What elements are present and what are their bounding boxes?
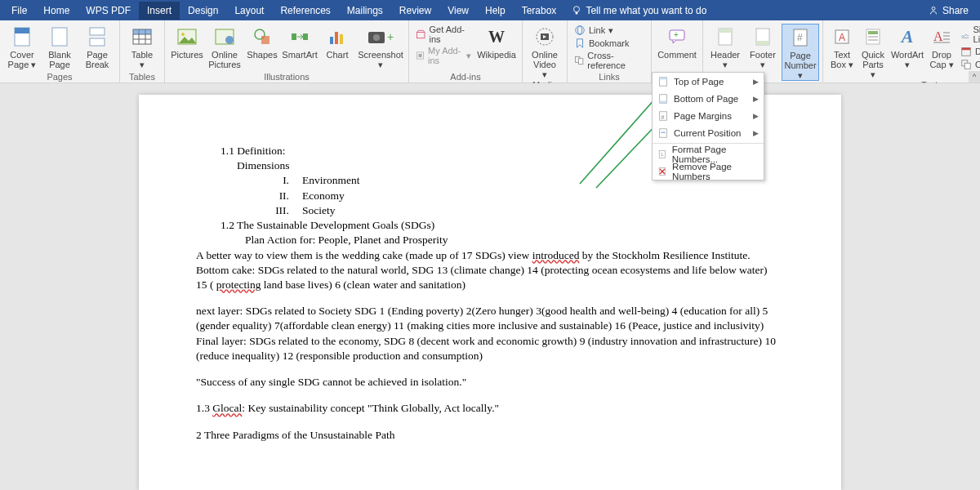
list-item: III.Society	[261, 203, 784, 218]
blank-page-icon	[51, 27, 68, 47]
blank-page-button[interactable]: Blank Page	[41, 24, 78, 69]
bookmark-button[interactable]: Bookmark	[571, 37, 648, 50]
tab-review[interactable]: Review	[391, 2, 439, 20]
menubar: File Home WPS PDF Insert Design Layout R…	[0, 0, 980, 20]
svg-point-33	[577, 26, 581, 35]
menu-current-position[interactable]: Current Position▶	[653, 124, 764, 141]
tell-me-label: Tell me what you want to do	[586, 5, 706, 16]
wikipedia-icon: W	[488, 32, 505, 42]
dropcap-button[interactable]: ADrop Cap ▾	[926, 24, 957, 69]
svg-rect-57	[962, 48, 971, 51]
tab-layout[interactable]: Layout	[226, 2, 272, 20]
pictures-button[interactable]: Pictures	[168, 24, 206, 60]
tab-mailings[interactable]: Mailings	[339, 2, 391, 20]
svg-text:A: A	[933, 29, 943, 43]
tab-insert[interactable]: Insert	[139, 2, 180, 20]
object-button[interactable]: Object ▾	[957, 58, 980, 71]
dropcap-icon: A	[933, 29, 950, 44]
tab-design[interactable]: Design	[180, 2, 226, 20]
menu-remove-page-numbers[interactable]: Remove Page Numbers	[653, 163, 764, 180]
ribbon-collapse-button[interactable]: ^	[969, 71, 980, 82]
table-button[interactable]: Table▾	[123, 24, 161, 69]
group-tables-label: Tables	[123, 71, 161, 82]
page-break-button[interactable]: Page Break	[78, 24, 116, 69]
group-text: AText Box ▾ Quick Parts ▾ AWordArt▾ ADro…	[823, 20, 980, 82]
page-margins-icon: #	[657, 110, 669, 122]
store-icon	[416, 29, 426, 40]
textbox-button[interactable]: AText Box ▾	[826, 24, 858, 69]
tab-help[interactable]: Help	[477, 2, 514, 20]
chart-button[interactable]: Chart	[318, 24, 356, 60]
group-addins: Get Add-ins My Add-ins ▾ WWikipedia Add-…	[409, 20, 523, 82]
link-icon	[574, 24, 586, 36]
heading-1-3: 1.3 Glocal: Key sustainability concept "…	[196, 401, 784, 416]
online-pictures-button[interactable]: Online Pictures	[206, 24, 243, 69]
svg-point-2	[932, 7, 935, 10]
svg-rect-35	[578, 59, 582, 65]
wordart-button[interactable]: AWordArt▾	[889, 24, 926, 69]
share-button[interactable]: Share	[920, 5, 977, 16]
svg-text:A: A	[839, 32, 845, 43]
tab-home[interactable]: Home	[35, 2, 78, 20]
signature-button[interactable]: Signature Line ▾	[957, 24, 980, 45]
tab-wpspdf[interactable]: WPS PDF	[78, 2, 139, 20]
menu-top-of-page[interactable]: Top of Page▶	[653, 73, 764, 90]
tab-view[interactable]: View	[439, 2, 477, 20]
comment-button[interactable]: +Comment	[655, 24, 699, 60]
header-button[interactable]: Header▾	[706, 24, 744, 69]
crossref-button[interactable]: Cross-reference	[571, 50, 648, 71]
svg-rect-23	[335, 32, 338, 44]
footer-button[interactable]: Footer▾	[744, 24, 782, 69]
menu-page-margins[interactable]: #Page Margins▶	[653, 107, 764, 124]
header-icon	[718, 28, 733, 46]
datetime-button[interactable]: Date & Time	[957, 45, 980, 58]
get-addins-button[interactable]: Get Add-ins	[412, 24, 474, 45]
bookmark-icon	[574, 38, 586, 49]
svg-rect-27	[417, 33, 425, 38]
svg-rect-19	[261, 36, 270, 44]
wikipedia-button[interactable]: WWikipedia	[474, 24, 519, 60]
group-addins-label: Add-ins	[412, 71, 519, 82]
svg-text:+: +	[674, 30, 679, 39]
video-icon	[534, 28, 555, 46]
page-number-icon: #	[793, 29, 808, 47]
comment-icon: +	[668, 29, 686, 45]
svg-text:1.: 1.	[661, 152, 664, 157]
current-position-icon	[657, 127, 669, 139]
table-icon	[132, 29, 152, 45]
online-video-button[interactable]: Online Video▾	[526, 24, 564, 79]
svg-point-26	[373, 34, 380, 41]
paragraph: A better way to view them is the wedding…	[196, 248, 784, 263]
svg-point-32	[576, 26, 585, 35]
svg-rect-66	[660, 128, 667, 137]
paragraph: Bottom cake: SDGs related to the natural…	[196, 263, 784, 278]
smartart-button[interactable]: SmartArt	[281, 24, 318, 60]
my-addins-button[interactable]: My Add-ins ▾	[412, 45, 474, 66]
quickparts-icon	[866, 29, 880, 45]
screenshot-icon	[368, 29, 385, 44]
svg-rect-22	[330, 37, 333, 44]
page-number-button[interactable]: #Page Number ▾	[782, 24, 819, 81]
menu-format-page-numbers[interactable]: 1.Format Page Numbers...	[653, 145, 764, 163]
svg-rect-1	[576, 11, 578, 14]
tab-file[interactable]: File	[3, 2, 35, 20]
footer-icon	[755, 28, 770, 46]
tab-terabox[interactable]: Terabox	[514, 2, 565, 20]
document-area[interactable]: 1.1 Definition: Dimensions I.Environment…	[0, 83, 980, 490]
text-plan: Plan Action for: People, Planet and Pros…	[245, 233, 784, 247]
page-bottom-icon	[657, 93, 669, 105]
paragraph: "Success of any single SDG cannot be ach…	[196, 375, 784, 390]
tell-me[interactable]: Tell me what you want to do	[571, 5, 706, 16]
svg-rect-13	[133, 29, 151, 34]
svg-rect-7	[90, 38, 105, 46]
menu-bottom-of-page[interactable]: Bottom of Page▶	[653, 90, 764, 107]
cover-page-button[interactable]: Cover Page ▾	[3, 24, 41, 69]
screenshot-button[interactable]: +Screenshot▾	[356, 24, 405, 69]
svg-rect-61	[660, 77, 667, 79]
svg-text:#: #	[797, 32, 803, 43]
tab-references[interactable]: References	[272, 2, 338, 20]
shapes-button[interactable]: Shapes	[243, 24, 281, 60]
link-button[interactable]: Link ▾	[571, 24, 648, 37]
heading-1-2: 1.2 The Sustainable Development Goals (S…	[220, 218, 784, 233]
quickparts-button[interactable]: Quick Parts ▾	[858, 24, 889, 79]
